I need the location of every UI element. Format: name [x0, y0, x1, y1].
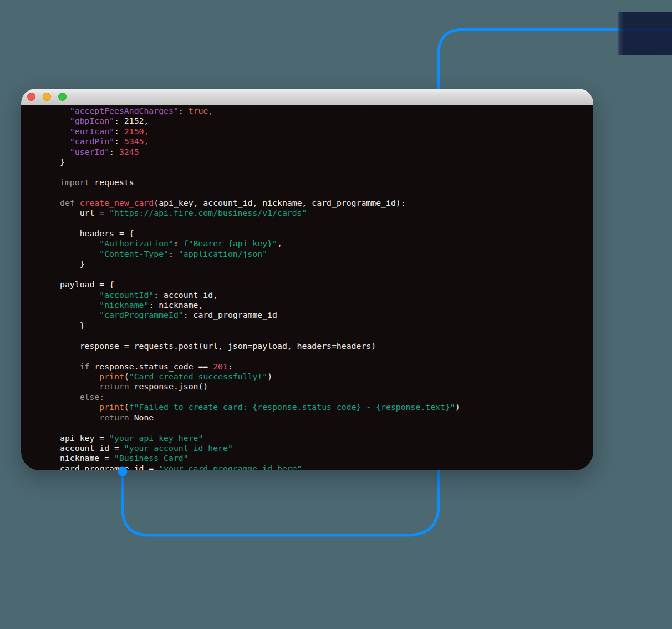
code-editor-content[interactable]: "acceptFeesAndCharges": true, "gbpIcan":… [21, 105, 593, 470]
code-line: print("Card created successfully!") [60, 372, 593, 382]
code-editor-window: "acceptFeesAndCharges": true, "gbpIcan":… [21, 89, 593, 470]
code-line: def create_new_card(api_key, account_id,… [60, 198, 593, 208]
code-line: headers = { [60, 229, 593, 239]
code-line: "Authorization": f"Bearer {api_key}", [60, 239, 593, 248]
code-line: nickname = "Business Card" [60, 453, 593, 463]
code-line [60, 331, 593, 341]
code-line: } [60, 157, 593, 167]
code-line: else: [60, 392, 593, 402]
code-line [60, 168, 593, 177]
code-line [60, 187, 593, 197]
code-line: url = "https://api.fire.com/business/v1/… [60, 208, 593, 218]
code-line: "userId": 3245 [60, 147, 593, 157]
code-line: import requests [60, 177, 593, 187]
code-line: "accountId": account_id, [60, 290, 593, 300]
code-line: card_programme_id = "your_card_programme… [60, 464, 593, 470]
code-line: response = requests.post(url, json=paylo… [60, 341, 593, 351]
code-line: return None [60, 413, 593, 423]
code-line: "gbpIcan": 2152, [60, 116, 593, 126]
code-line: "cardProgrammeId": card_programme_id [60, 310, 593, 320]
code-line [60, 219, 593, 229]
page-background: "acceptFeesAndCharges": true, "gbpIcan":… [0, 0, 672, 629]
code-line: "nickname": nickname, [60, 300, 593, 310]
code-line [60, 351, 593, 361]
code-line: } [60, 321, 593, 331]
connector-endpoint-dot [113, 462, 132, 481]
zoom-window-button[interactable] [58, 93, 67, 101]
code-line: } [60, 259, 593, 269]
minimize-window-button[interactable] [43, 93, 51, 101]
code-line: "Content-Type": "application/json" [60, 249, 593, 259]
code-line: if response.status_code == 201: [60, 362, 593, 372]
code-line: "acceptFeesAndCharges": true, [60, 106, 593, 116]
decorative-rectangle [615, 12, 672, 55]
code-line: api_key = "your_api_key_here" [60, 433, 593, 443]
code-line [60, 270, 593, 280]
code-line: account_id = "your_account_id_here" [60, 443, 593, 453]
code-line: print(f"Failed to create card: {response… [60, 402, 593, 412]
code-line [60, 423, 593, 433]
code-line: "cardPin": 5345, [60, 136, 593, 146]
code-line: "eurIcan": 2150, [60, 126, 593, 136]
close-window-button[interactable] [27, 93, 35, 101]
code-line: return response.json() [60, 382, 593, 392]
code-line: payload = { [60, 280, 593, 290]
window-titlebar[interactable] [21, 89, 593, 105]
